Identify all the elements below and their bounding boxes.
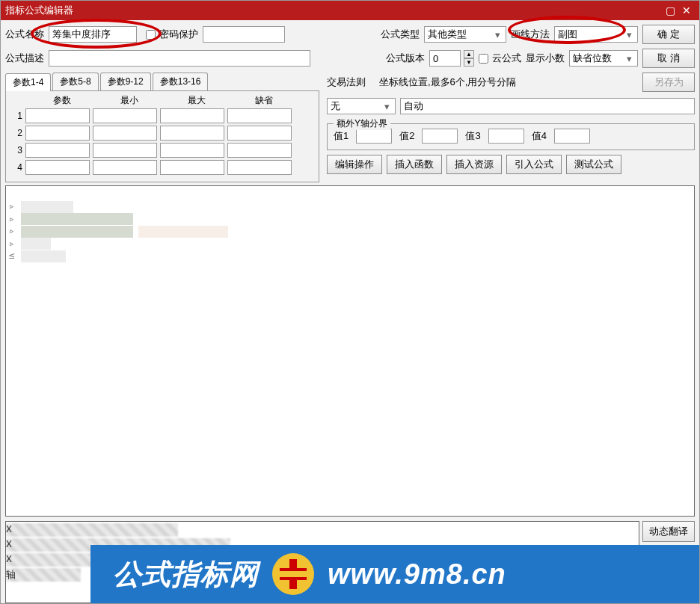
param-headers: 参数 最小 最大 缺省 (10, 94, 314, 107)
param-default-input[interactable] (227, 143, 292, 158)
draw-value: 副图 (558, 28, 577, 41)
param-name-input[interactable] (25, 160, 90, 175)
chevron-down-icon[interactable]: ▾ (624, 29, 634, 40)
param-default-input[interactable] (227, 126, 292, 141)
insert-func-button[interactable]: 插入函数 (387, 155, 442, 174)
formula-editor[interactable]: ▹ ▹ ▹ ▹ ≤ (5, 185, 695, 517)
param-max-input[interactable] (160, 126, 224, 141)
coin-icon (272, 553, 314, 595)
window-title: 指标公式编辑器 (5, 4, 73, 17)
banner-text-left: 公式指标网 (113, 555, 259, 594)
name-label: 公式名称 (5, 28, 44, 41)
param-tabs: 参数1-4 参数5-8 参数9-12 参数13-16 (5, 73, 319, 90)
banner-text-right: www.9m8.cn (328, 558, 506, 591)
version-input[interactable] (429, 50, 461, 67)
param-max-input[interactable] (160, 143, 224, 158)
type-label: 公式类型 (381, 28, 420, 41)
cloud-checkbox[interactable] (479, 54, 488, 64)
coord-input[interactable] (400, 98, 695, 114)
param-name-input[interactable] (25, 126, 90, 141)
password-input[interactable] (203, 26, 285, 43)
param-row: 1 (10, 108, 314, 123)
param-max-input[interactable] (160, 160, 224, 175)
decimal-select[interactable]: 缺省位数 ▾ (569, 50, 638, 67)
trade-value: 无 (331, 99, 340, 113)
type-value: 其他类型 (428, 28, 467, 41)
dynamic-translate-button[interactable]: 动态翻译 (642, 521, 695, 542)
import-formula-button[interactable]: 引入公式 (506, 155, 562, 174)
row-name-type: 公式名称 密码保护 公式类型 其他类型 ▾ 画线方法 副图 ▾ 确 定 (5, 25, 695, 44)
param-header-min: 最小 (96, 94, 163, 107)
axis-label-4: 值4 (532, 129, 547, 143)
titlebar: 指标公式编辑器 ▢ ✕ (1, 1, 699, 20)
axis-group-title: 额外Y轴分界 (334, 117, 390, 130)
draw-label: 画线方法 (511, 28, 550, 41)
close-icon[interactable]: ✕ (678, 1, 695, 20)
test-formula-button[interactable]: 测试公式 (566, 155, 621, 174)
trade-label: 交易法则 (327, 76, 366, 89)
operation-buttons: 编辑操作 插入函数 插入资源 引入公式 测试公式 (327, 155, 695, 174)
coord-label: 坐标线位置,最多6个,用分号分隔 (379, 76, 516, 89)
password-checkbox[interactable] (146, 30, 156, 40)
insert-res-button[interactable]: 插入资源 (446, 155, 502, 174)
spinner-up-icon[interactable]: ▲ (464, 50, 474, 58)
param-index: 4 (10, 162, 22, 173)
password-label: 密码保护 (159, 28, 198, 41)
tab-params-13-16[interactable]: 参数13-16 (153, 73, 209, 90)
axis-input-2[interactable] (422, 129, 458, 144)
spinner-down-icon[interactable]: ▼ (464, 58, 474, 67)
param-index: 3 (10, 145, 22, 155)
param-index: 2 (10, 128, 22, 138)
ok-button[interactable]: 确 定 (642, 25, 695, 44)
param-header-name: 参数 (28, 94, 96, 107)
tab-params-1-4[interactable]: 参数1-4 (5, 73, 51, 91)
version-label: 公式版本 (386, 52, 425, 65)
param-header-default: 缺省 (230, 94, 298, 107)
decimal-value: 缺省位数 (573, 52, 612, 65)
row-desc-version: 公式描述 公式版本 ▲ ▼ 云公式 显示小数 缺省位数 ▾ 取 消 (5, 49, 695, 68)
param-index: 1 (10, 111, 22, 121)
tab-params-5-8[interactable]: 参数5-8 (52, 73, 98, 90)
watermark-banner: 公式指标网 www.9m8.cn (90, 545, 699, 603)
axis-label-1: 值1 (334, 129, 349, 143)
decimal-label: 显示小数 (526, 52, 565, 65)
axis-label-3: 值3 (465, 129, 480, 143)
axis-group: 额外Y轴分界 值1 值2 值3 值4 (327, 123, 695, 150)
desc-input[interactable] (49, 50, 310, 67)
param-header-max: 最大 (163, 94, 230, 107)
desc-label: 公式描述 (5, 52, 44, 65)
chevron-down-icon[interactable]: ▾ (624, 53, 634, 64)
param-row: 3 (10, 143, 314, 158)
type-select[interactable]: 其他类型 ▾ (424, 26, 506, 43)
draw-select[interactable]: 副图 ▾ (554, 26, 638, 43)
param-default-input[interactable] (227, 160, 292, 175)
name-input[interactable] (49, 26, 137, 43)
axis-label-2: 值2 (399, 129, 414, 143)
param-min-input[interactable] (93, 126, 157, 141)
cloud-label: 云公式 (492, 52, 521, 65)
param-name-input[interactable] (25, 143, 90, 158)
tab-params-9-12[interactable]: 参数9-12 (100, 73, 151, 90)
axis-input-3[interactable] (488, 129, 524, 144)
save-as-button[interactable]: 另存为 (642, 73, 695, 92)
param-row: 4 (10, 160, 314, 175)
chevron-down-icon[interactable]: ▾ (381, 101, 392, 112)
maximize-icon[interactable]: ▢ (662, 1, 678, 20)
param-default-input[interactable] (227, 108, 292, 123)
axis-input-1[interactable] (356, 129, 392, 144)
params-panel: 参数1-4 参数5-8 参数9-12 参数13-16 参数 最小 最大 缺省 1 (5, 73, 319, 182)
chevron-down-icon[interactable]: ▾ (492, 29, 503, 40)
axis-input-4[interactable] (554, 129, 590, 144)
trade-select[interactable]: 无 ▾ (327, 98, 396, 114)
param-min-input[interactable] (93, 143, 157, 158)
param-row: 2 (10, 126, 314, 141)
cancel-button[interactable]: 取 消 (642, 49, 695, 68)
edit-op-button[interactable]: 编辑操作 (327, 155, 382, 174)
param-min-input[interactable] (93, 160, 157, 175)
param-max-input[interactable] (160, 108, 224, 123)
param-name-input[interactable] (25, 108, 90, 123)
param-min-input[interactable] (93, 108, 157, 123)
